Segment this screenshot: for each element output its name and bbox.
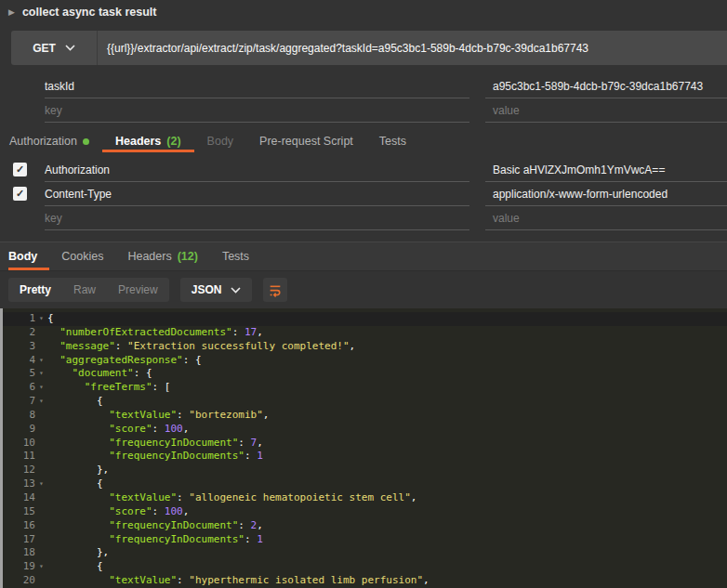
line-number: 18 bbox=[0, 546, 35, 560]
fold-toggle-icon[interactable]: ▾ bbox=[35, 312, 47, 326]
code-text: }, bbox=[47, 546, 109, 560]
tab-cookies[interactable]: Cookies bbox=[49, 242, 115, 270]
fold-toggle-icon[interactable]: ▾ bbox=[35, 395, 47, 409]
code-line[interactable]: 12 }, bbox=[0, 464, 727, 477]
code-text: "numberOfExtractedDocuments": 17, bbox=[47, 326, 263, 340]
fold-spacer bbox=[35, 326, 47, 340]
code-text: "score": 100, bbox=[47, 505, 189, 519]
format-select[interactable]: JSON bbox=[180, 278, 253, 302]
line-number: 1 bbox=[0, 312, 35, 326]
code-line[interactable]: 3 "message": "Extraction successfully co… bbox=[0, 340, 727, 354]
code-line[interactable]: 16 "frequencyInDocument": 2, bbox=[0, 519, 727, 533]
editor-left-scrollbar[interactable] bbox=[0, 308, 3, 588]
tab-body-label: Body bbox=[207, 135, 234, 148]
tab-response-tests[interactable]: Tests bbox=[210, 242, 261, 270]
code-line[interactable]: 19▾ { bbox=[0, 560, 727, 574]
format-label: JSON bbox=[192, 283, 222, 296]
fold-spacer bbox=[35, 464, 47, 477]
value-cell[interactable]: Basic aHVlZXJmOmh1YmVwcA== bbox=[485, 158, 727, 182]
param-row: keyvalue bbox=[0, 98, 727, 123]
code-line[interactable]: 18 }, bbox=[0, 546, 727, 560]
tab-response-tests-label: Tests bbox=[222, 250, 249, 263]
code-lines: 1▾{2 "numberOfExtractedDocuments": 17,3 … bbox=[0, 312, 727, 588]
code-text: { bbox=[47, 395, 103, 409]
url-input[interactable]: {{url}}/extractor/api/extract/zip/task/a… bbox=[98, 31, 727, 65]
value-cell[interactable]: a95c3bc1-589b-4dcb-b79c-39dca1b67743 bbox=[485, 74, 727, 98]
code-line[interactable]: 17 "frequencyInDocuments": 1 bbox=[0, 533, 727, 547]
key-cell[interactable]: key bbox=[45, 98, 469, 123]
code-text: }, bbox=[47, 464, 109, 477]
code-text: "frequencyInDocuments": 1 bbox=[47, 533, 263, 547]
url-bar: GET {{url}}/extractor/api/extract/zip/ta… bbox=[11, 31, 727, 65]
code-line[interactable]: 2 "numberOfExtractedDocuments": 17, bbox=[0, 326, 727, 340]
key-cell[interactable]: key bbox=[45, 206, 469, 230]
code-text: "score": 100, bbox=[47, 423, 189, 437]
code-line[interactable]: 13▾ { bbox=[0, 477, 727, 491]
tab-cookies-label: Cookies bbox=[61, 250, 103, 263]
wrap-text-button[interactable] bbox=[263, 278, 287, 302]
line-number: 11 bbox=[0, 450, 35, 464]
view-pretty[interactable]: Pretty bbox=[8, 278, 62, 302]
value-cell[interactable]: application/x-www-form-urlencoded bbox=[485, 182, 727, 206]
fold-toggle-icon[interactable]: ▾ bbox=[35, 367, 47, 381]
fold-spacer bbox=[35, 505, 47, 519]
code-text: { bbox=[47, 312, 54, 326]
fold-toggle-icon[interactable]: ▾ bbox=[35, 477, 47, 491]
value-cell[interactable]: value bbox=[485, 98, 727, 123]
fold-toggle-icon[interactable]: ▾ bbox=[35, 381, 47, 395]
tab-pre-request-script[interactable]: Pre-request Script bbox=[246, 130, 366, 152]
line-number: 3 bbox=[0, 340, 35, 354]
line-number: 15 bbox=[0, 505, 35, 519]
headers-count: (2) bbox=[166, 135, 180, 148]
request-name: collect async task result bbox=[22, 6, 157, 19]
code-line[interactable]: 4▾ "aggregatedResponse": { bbox=[0, 354, 727, 368]
fold-spacer bbox=[35, 574, 47, 588]
key-cell[interactable]: taskId bbox=[45, 74, 469, 98]
code-line[interactable]: 7▾ { bbox=[0, 395, 727, 409]
response-headers-count: (12) bbox=[178, 250, 198, 263]
view-preview[interactable]: Preview bbox=[107, 278, 169, 302]
fold-spacer bbox=[35, 437, 47, 451]
fold-toggle-icon[interactable]: ▾ bbox=[35, 354, 47, 368]
auth-status-dot bbox=[83, 138, 89, 145]
tab-pre-request-script-label: Pre-request Script bbox=[259, 135, 353, 148]
method-select[interactable]: GET bbox=[11, 31, 98, 65]
row-checkbox[interactable]: ✓ bbox=[13, 163, 27, 176]
response-body-editor[interactable]: 1▾{2 "numberOfExtractedDocuments": 17,3 … bbox=[0, 308, 727, 588]
collapse-caret-icon[interactable]: ▶ bbox=[8, 8, 15, 17]
tab-response-body[interactable]: Body bbox=[8, 242, 49, 270]
headers-editor: ✓AuthorizationBasic aHVlZXJmOmh1YmVwcA==… bbox=[0, 158, 727, 230]
line-number: 6 bbox=[0, 381, 35, 395]
code-line[interactable]: 9 "score": 100, bbox=[0, 423, 727, 437]
tab-authorization[interactable]: Authorization bbox=[9, 130, 102, 152]
code-line[interactable]: 15 "score": 100, bbox=[0, 505, 727, 519]
code-text: "textValue": "allogeneic hematopoietic s… bbox=[47, 491, 416, 505]
code-line[interactable]: 1▾{ bbox=[0, 312, 727, 326]
tab-tests[interactable]: Tests bbox=[366, 130, 419, 152]
line-number: 19 bbox=[0, 560, 35, 574]
row-checkbox[interactable]: ✓ bbox=[13, 187, 27, 201]
code-line[interactable]: 10 "frequencyInDocument": 7, bbox=[0, 437, 727, 451]
code-line[interactable]: 6▾ "freeTerms": [ bbox=[0, 381, 727, 395]
key-cell[interactable]: Content-Type bbox=[45, 182, 469, 206]
code-line[interactable]: 5▾ "document": { bbox=[0, 367, 727, 381]
code-text: "textValue": "bortezomib", bbox=[47, 409, 269, 423]
line-number: 8 bbox=[0, 409, 35, 423]
fold-toggle-icon[interactable]: ▾ bbox=[35, 560, 47, 574]
request-title-bar: ▶ collect async task result bbox=[0, 0, 727, 24]
code-line[interactable]: 20 "textValue": "hyperthermic isolated l… bbox=[0, 574, 727, 588]
params-editor: taskIda95c3bc1-589b-4dcb-b79c-39dca1b677… bbox=[0, 74, 727, 123]
header-row: ✓AuthorizationBasic aHVlZXJmOmh1YmVwcA== bbox=[0, 158, 727, 182]
tab-headers[interactable]: Headers (2) bbox=[102, 130, 194, 152]
view-raw[interactable]: Raw bbox=[62, 278, 107, 302]
code-line[interactable]: 11 "frequencyInDocuments": 1 bbox=[0, 450, 727, 464]
code-line[interactable]: 14 "textValue": "allogeneic hematopoieti… bbox=[0, 491, 727, 505]
value-cell[interactable]: value bbox=[485, 206, 727, 230]
tab-response-headers[interactable]: Headers (12) bbox=[115, 242, 209, 270]
code-line[interactable]: 8 "textValue": "bortezomib", bbox=[0, 409, 727, 423]
fold-spacer bbox=[35, 423, 47, 437]
key-cell[interactable]: Authorization bbox=[45, 158, 469, 182]
param-row: taskIda95c3bc1-589b-4dcb-b79c-39dca1b677… bbox=[0, 74, 727, 98]
line-number: 7 bbox=[0, 395, 35, 409]
tab-body[interactable]: Body bbox=[194, 130, 247, 152]
